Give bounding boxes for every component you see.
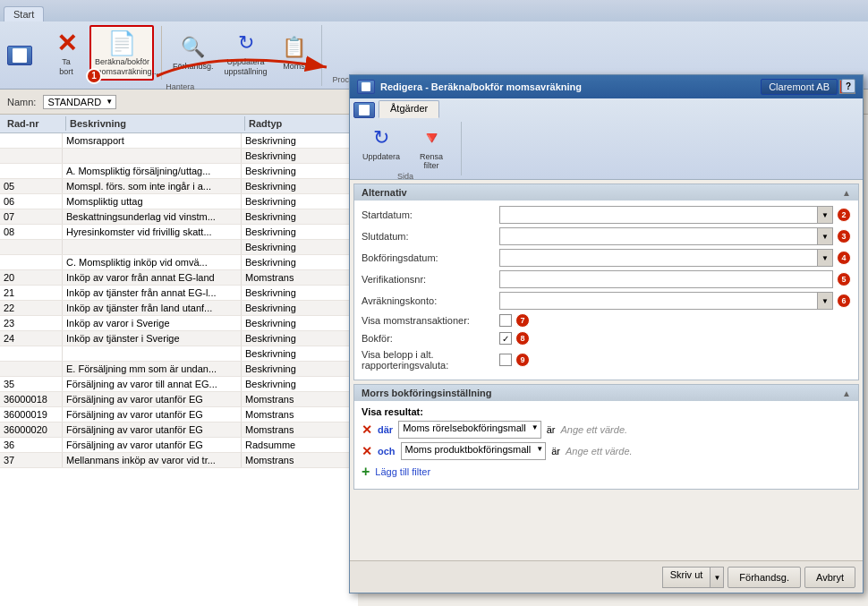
help-button[interactable]: ? (841, 79, 855, 93)
alternativ-section: Alternativ ▲ Startdatum: ▼ 2 (353, 184, 859, 380)
cell-beskrivning (63, 240, 242, 254)
table-row[interactable]: Beskrivning (0, 346, 358, 362)
table-row[interactable]: 20 Inköp av varor från annat EG-land Mom… (0, 270, 358, 286)
cell-radnr (0, 240, 63, 254)
bokfordatum-dropdown-btn[interactable]: ▼ (817, 249, 833, 267)
bokfordatum-input[interactable] (499, 249, 817, 267)
table-row[interactable]: 36000020 Försäljning av varor utanför EG… (0, 422, 358, 438)
cell-radtyp: Beskrivning (242, 133, 358, 148)
add-filter-icon[interactable]: + (362, 464, 370, 480)
table-row[interactable]: 22 Inköp av tjänster från land utanf... … (0, 301, 358, 316)
cell-radnr: 36 (0, 438, 63, 452)
filter-row-1: ✕ där Moms rörelsebokföringsmall ▼ är An… (362, 421, 851, 439)
verifikationsnr-input[interactable] (499, 270, 833, 288)
bokfordatum-row: Bokföringsdatum: ▼ 4 (362, 249, 851, 267)
bokforing-header[interactable]: Morrs bokföringsinställning ▲ (354, 385, 858, 401)
visamoms-checkbox[interactable] (499, 314, 512, 327)
table-row[interactable]: 36000018 Försäljning av varor utanför EG… (0, 392, 358, 407)
visabelopp-checkbox[interactable] (499, 354, 512, 366)
moms-button[interactable]: 📋 Moms (275, 31, 314, 73)
dialog-title-text: Redigera - Beräkna/bokför momsavräkning (380, 81, 582, 92)
table-row[interactable]: 08 Hyresinkomster vid frivillig skatt...… (0, 225, 358, 240)
avbryt-button[interactable]: Avbryt (804, 567, 855, 588)
skrivut-arrow[interactable]: ▼ (710, 567, 724, 588)
avrakningskonto-dropdown-btn[interactable]: ▼ (817, 292, 833, 310)
dialog-body[interactable]: Alternativ ▲ Startdatum: ▼ 2 (350, 180, 863, 560)
dialog-uppdatera-button[interactable]: ↻ Uppdatera (357, 122, 405, 172)
skrivut-button[interactable]: Skriv ut ▼ (662, 567, 725, 587)
dialog-tab-atgarder[interactable]: Åtgärder (379, 100, 439, 118)
slutdatum-input[interactable] (499, 227, 817, 245)
tab-start[interactable]: Start (4, 6, 44, 21)
startdatum-input[interactable] (499, 206, 817, 224)
cell-beskrivning: C. Momspliktig inköp vid omvä... (63, 255, 242, 269)
table-row[interactable]: 36 Försäljning av varor utanför EG Radsu… (0, 438, 358, 453)
ribbon-group-hantera: ✕ Ta bort 📄 Beräkna/bokför momsavräkning… (39, 25, 322, 86)
app-button[interactable] (7, 46, 32, 65)
col-radtyp: Radtyp (245, 116, 354, 131)
table-scroll[interactable]: Momsrapport Beskrivning Beskrivning A. M… (0, 133, 358, 602)
startdatum-input-wrap: ▼ (499, 206, 833, 224)
cell-radnr: 36000018 (0, 392, 63, 406)
table-row[interactable]: 24 Inköp av tjänster i Sverige Beskrivni… (0, 331, 358, 346)
col-radnr: Rad-nr (4, 116, 66, 131)
cell-beskrivning: Beskattningsunderlag vid vinstm... (63, 209, 242, 224)
badge-8: 8 (515, 331, 530, 346)
filter1-delete-icon[interactable]: ✕ (362, 422, 372, 437)
cell-radnr (0, 164, 63, 178)
skrivut-main[interactable]: Skriv ut (662, 567, 711, 588)
table-row[interactable]: 23 Inköp av varor i Sverige Beskrivning (0, 316, 358, 331)
bokfor-checkbox[interactable]: ✓ (499, 332, 512, 345)
main-window: Start ✕ Ta bort (0, 0, 868, 606)
table-row[interactable]: E. Försäljning mm som är undan... Beskri… (0, 362, 358, 377)
dropdown-arrow: ▼ (106, 98, 113, 106)
cell-beskrivning: Inköp av tjänster i Sverige (63, 331, 242, 346)
table-row[interactable]: 36000019 Försäljning av varor utanför EG… (0, 407, 358, 422)
table-row[interactable]: Beskrivning (0, 240, 358, 255)
table-row[interactable]: 06 Momspliktig uttag Beskrivning (0, 194, 358, 209)
filter2-field-dropdown[interactable]: Moms produktbokföringsmall ▼ (401, 442, 547, 460)
table-row[interactable]: 21 Inköp av tjänster från annat EG-l... … (0, 286, 358, 301)
filter1-field-dropdown[interactable]: Moms rörelsebokföringsmall ▼ (398, 421, 541, 439)
forhandsg-footer-button[interactable]: Förhandsg. (728, 567, 801, 588)
bokfor-label: Bokför: (362, 333, 496, 344)
cell-radnr: 37 (0, 453, 63, 467)
dialog-ribbon-group: ↻ Uppdatera 🔻 Rensa filter Sida (357, 122, 462, 175)
cell-radtyp: Momstrans (242, 422, 358, 437)
table-row[interactable]: 05 Momspl. förs. som inte ingår i a... B… (0, 179, 358, 194)
moms-label: Moms (283, 62, 305, 72)
forhandsg-button[interactable]: 🔍 Förhandsg. (169, 31, 217, 73)
startdatum-dropdown-btn[interactable]: ▼ (817, 206, 833, 224)
slutdatum-dropdown-btn[interactable]: ▼ (817, 227, 833, 245)
table-row[interactable]: 07 Beskattningsunderlag vid vinstm... Be… (0, 209, 358, 225)
dialog-app-btn[interactable] (357, 80, 375, 94)
cell-radtyp: Beskrivning (242, 164, 358, 178)
cell-radnr: 36000020 (0, 422, 63, 437)
avrakningskonto-input-wrap: ▼ (499, 292, 833, 310)
uppdatera-button[interactable]: ↻ Uppdatera uppställning (221, 27, 271, 79)
cell-radnr: 22 (0, 301, 63, 315)
moms-icon: 📋 (280, 33, 309, 62)
dialog-rensafilter-button[interactable]: 🔻 Rensa filter (409, 122, 454, 172)
tabort-button[interactable]: ✕ Ta bort (47, 27, 86, 79)
add-filter-link[interactable]: Lägg till filter (375, 466, 430, 477)
alternativ-header[interactable]: Alternativ ▲ (354, 184, 858, 201)
avrakningskonto-input[interactable] (499, 292, 817, 310)
table-row[interactable]: Momsrapport Beskrivning (0, 133, 358, 149)
name-dropdown[interactable]: STANDARD ▼ (43, 95, 116, 109)
table-row[interactable]: Beskrivning (0, 149, 358, 164)
dialog-tab-app-btn[interactable] (353, 102, 375, 118)
cell-radnr: 24 (0, 331, 63, 346)
table-row[interactable]: 35 Försäljning av varor till annat EG...… (0, 377, 358, 392)
claremont-button[interactable]: Claremont AB (761, 79, 838, 95)
add-filter-row: + Lägg till filter (362, 464, 851, 480)
table-row[interactable]: C. Momspliktig inköp vid omvä... Beskriv… (0, 255, 358, 270)
cell-radtyp: Radsumme (242, 438, 358, 452)
table-row[interactable]: 37 Mellanmans inköp av varor vid tr... M… (0, 453, 358, 468)
badge-5: 5 (837, 272, 851, 286)
cell-radtyp: Beskrivning (242, 255, 358, 269)
dialog-ribbon-content: ↻ Uppdatera 🔻 Rensa filter Sida (350, 118, 863, 179)
cell-beskrivning: Hyresinkomster vid frivillig skatt... (63, 225, 242, 239)
filter2-delete-icon[interactable]: ✕ (362, 444, 372, 458)
table-row[interactable]: A. Momspliktig försäljning/uttag... Besk… (0, 164, 358, 179)
